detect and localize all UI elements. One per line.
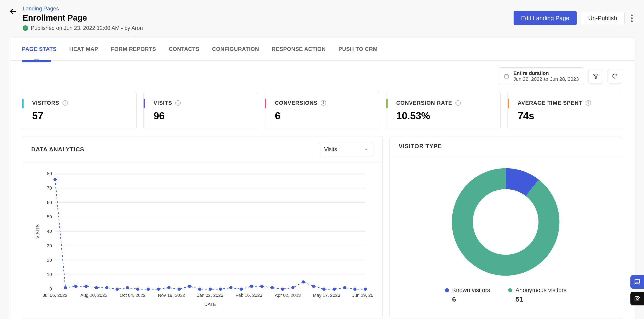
stat-value: 10.53% bbox=[396, 110, 492, 121]
refresh-button[interactable] bbox=[608, 69, 622, 83]
svg-point-54 bbox=[354, 288, 357, 291]
pencil-note-icon bbox=[634, 295, 640, 302]
svg-point-39 bbox=[198, 288, 202, 291]
date-duration-label: Entire duration bbox=[513, 70, 579, 76]
legend-dot-icon bbox=[508, 288, 512, 292]
svg-point-48 bbox=[292, 286, 294, 289]
svg-point-41 bbox=[219, 288, 222, 291]
svg-text:50: 50 bbox=[47, 214, 52, 219]
refresh-icon bbox=[612, 73, 618, 79]
svg-text:DATE: DATE bbox=[204, 302, 216, 307]
back-arrow-icon[interactable] bbox=[9, 7, 17, 17]
svg-point-45 bbox=[260, 285, 264, 288]
more-actions-kebab-icon[interactable] bbox=[628, 12, 635, 24]
tab-bar: PAGE STATS HEAT MAP FORM REPORTS CONTACT… bbox=[9, 38, 635, 61]
svg-point-49 bbox=[302, 280, 305, 284]
visitor-type-donut-chart bbox=[449, 165, 562, 279]
tab-page-stats[interactable]: PAGE STATS bbox=[22, 38, 56, 60]
stat-title: VISITORS bbox=[32, 100, 59, 106]
tab-push-to-crm[interactable]: PUSH TO CRM bbox=[338, 38, 378, 60]
svg-point-55 bbox=[364, 288, 367, 291]
stat-card-visitors: VISITORS i 57 bbox=[22, 92, 136, 129]
svg-point-26 bbox=[64, 286, 67, 289]
svg-point-35 bbox=[157, 288, 160, 291]
svg-point-29 bbox=[95, 286, 98, 289]
stat-value: 96 bbox=[154, 110, 250, 121]
svg-point-25 bbox=[54, 178, 56, 181]
breadcrumb[interactable]: Landing Pages bbox=[23, 5, 514, 12]
date-to: Jun 28, 2023 bbox=[550, 76, 579, 82]
svg-text:Aug 20, 2022: Aug 20, 2022 bbox=[80, 293, 107, 298]
svg-point-42 bbox=[230, 286, 232, 289]
legend-label: Known visitors bbox=[452, 287, 490, 294]
svg-point-50 bbox=[312, 285, 315, 288]
svg-text:Apr 02, 2023: Apr 02, 2023 bbox=[275, 293, 301, 298]
chevron-down-icon bbox=[364, 147, 368, 151]
tab-response-action[interactable]: RESPONSE ACTION bbox=[272, 38, 326, 60]
analytics-metric-select[interactable]: Visits bbox=[319, 143, 374, 156]
stat-card-conversions: CONVERSIONS i 6 bbox=[265, 92, 379, 129]
tab-heat-map[interactable]: HEAT MAP bbox=[69, 38, 98, 60]
svg-text:Jan 02, 2023: Jan 02, 2023 bbox=[197, 293, 223, 298]
svg-point-28 bbox=[84, 285, 88, 288]
analytics-title: DATA ANALYTICS bbox=[31, 146, 84, 153]
svg-point-38 bbox=[188, 285, 191, 288]
notes-float-button[interactable] bbox=[630, 292, 644, 306]
svg-point-32 bbox=[126, 286, 129, 289]
stat-card-average-time-spent: AVERAGE TIME SPENT i 74s bbox=[508, 92, 622, 129]
svg-point-51 bbox=[322, 288, 326, 291]
svg-text:70: 70 bbox=[47, 186, 52, 191]
info-icon[interactable]: i bbox=[321, 100, 326, 106]
unpublish-button[interactable]: Un-Publish bbox=[581, 11, 624, 25]
info-icon[interactable]: i bbox=[175, 100, 181, 106]
legend-dot-icon bbox=[445, 288, 449, 292]
stat-title: CONVERSION RATE bbox=[396, 100, 452, 106]
date-to-word: to bbox=[544, 76, 548, 82]
visitor-type-title: VISITOR TYPE bbox=[399, 143, 442, 150]
svg-point-46 bbox=[270, 286, 274, 289]
visits-line-chart: 01020304050607080VISITSJul 06, 2022Aug 2… bbox=[31, 169, 374, 310]
tab-form-reports[interactable]: FORM REPORTS bbox=[111, 38, 156, 60]
svg-text:Jun 29, 2023: Jun 29, 2023 bbox=[352, 293, 373, 298]
svg-point-43 bbox=[240, 288, 243, 291]
tab-contacts[interactable]: CONTACTS bbox=[169, 38, 200, 60]
svg-text:0: 0 bbox=[49, 287, 52, 292]
legend-anonymous-visitors: Anonymous visitors 51 bbox=[508, 287, 566, 303]
info-icon[interactable]: i bbox=[455, 100, 461, 106]
active-tab-indicator bbox=[22, 60, 51, 62]
visitor-type-panel: VISITOR TYPE Known visitors 6 bbox=[390, 136, 622, 319]
svg-point-44 bbox=[250, 285, 253, 288]
svg-text:Feb 16, 2023: Feb 16, 2023 bbox=[236, 293, 262, 298]
info-icon[interactable]: i bbox=[62, 100, 68, 106]
analytics-metric-value: Visits bbox=[324, 146, 337, 152]
stat-title: VISITS bbox=[154, 100, 172, 106]
svg-text:20: 20 bbox=[47, 258, 52, 263]
date-from: Jun 22, 2022 bbox=[513, 76, 542, 82]
svg-text:May 17, 2023: May 17, 2023 bbox=[313, 293, 340, 298]
stat-value: 74s bbox=[518, 110, 614, 121]
svg-point-27 bbox=[74, 285, 78, 288]
chat-float-button[interactable] bbox=[630, 275, 644, 289]
legend-known-visitors: Known visitors 6 bbox=[445, 287, 490, 303]
info-icon[interactable]: i bbox=[586, 100, 591, 106]
svg-point-40 bbox=[208, 288, 212, 291]
legend-label: Anonymous visitors bbox=[516, 287, 566, 294]
page-title: Enrollment Page bbox=[23, 13, 514, 23]
svg-text:Jul 06, 2022: Jul 06, 2022 bbox=[43, 293, 68, 298]
svg-point-52 bbox=[333, 288, 336, 291]
svg-point-33 bbox=[136, 288, 140, 291]
tab-configuration[interactable]: CONFIGURATION bbox=[212, 38, 259, 60]
filter-button[interactable] bbox=[588, 69, 603, 83]
legend-value: 51 bbox=[516, 296, 566, 303]
svg-text:Nov 18, 2022: Nov 18, 2022 bbox=[158, 293, 185, 298]
svg-point-34 bbox=[146, 288, 150, 291]
data-analytics-panel: DATA ANALYTICS Visits 01020304050607080V… bbox=[22, 136, 383, 319]
date-range-picker[interactable]: Entire duration Jun 22, 2022 to Jun 28, … bbox=[498, 67, 584, 85]
edit-landing-page-button[interactable]: Edit Landing Page bbox=[514, 11, 577, 25]
svg-point-36 bbox=[167, 286, 170, 289]
calendar-icon bbox=[504, 73, 509, 79]
stat-title: AVERAGE TIME SPENT bbox=[518, 100, 582, 106]
svg-point-30 bbox=[105, 286, 108, 289]
svg-text:40: 40 bbox=[47, 229, 52, 234]
svg-text:10: 10 bbox=[47, 272, 52, 277]
